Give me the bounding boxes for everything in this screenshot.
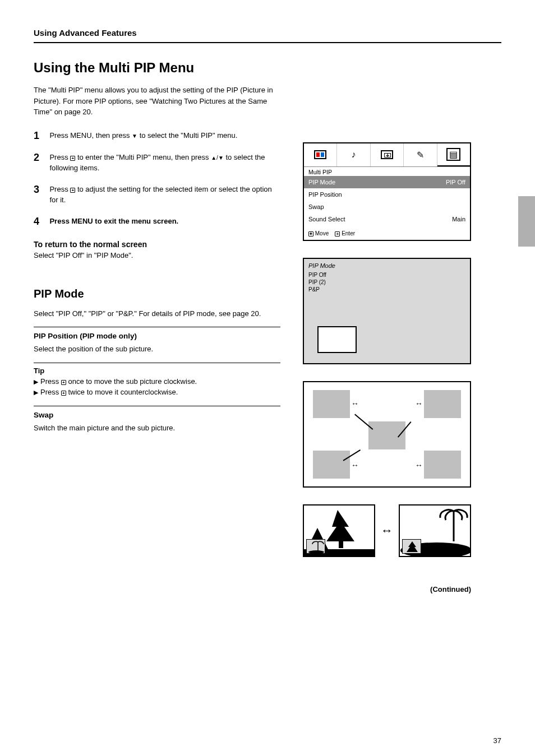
- step-text: Press MENU to exit the menu screen.: [49, 217, 178, 225]
- tab-picture: [304, 143, 337, 166]
- move-label: Move: [315, 230, 329, 236]
- step-text: Press: [49, 153, 70, 161]
- menu-screenshot: ♪ ✎ ▤ Multi PIP PIP Mode PIP Off PIP Pos…: [303, 142, 471, 241]
- pip-thumb: [402, 539, 421, 554]
- position-bottom-right: [424, 451, 461, 479]
- tab-sound: ♪: [337, 143, 370, 166]
- menu-item-value: PIP Off: [446, 179, 465, 185]
- menu-item-label: Sound Select: [308, 216, 345, 222]
- pip-sub-rect: [317, 326, 357, 353]
- step-2: 2 Press + to enter the "Multi PIP" menu,…: [34, 152, 280, 174]
- position-bottom-left: [313, 451, 350, 479]
- step-1: 1 Press MENU, then press ▼ to select the…: [34, 130, 280, 142]
- position-top-right: [424, 390, 461, 418]
- return-body: Select "PIP Off" in "PIP Mode".: [34, 251, 280, 259]
- svg-marker-6: [407, 541, 418, 552]
- pip-position-body: Select the position of the sub picture.: [34, 344, 280, 355]
- step-number: 3: [34, 184, 47, 196]
- tip-line: once to move the sub picture clockwise.: [66, 377, 197, 386]
- multi-pip-icon: ▤: [446, 148, 460, 161]
- menu-item-label: Swap: [308, 203, 324, 210]
- step-text: Press: [49, 185, 70, 193]
- menu-item-label: PIP Mode: [308, 179, 335, 185]
- tip-line: twice to move it counterclockwise.: [66, 388, 178, 396]
- palm-icon: [307, 540, 326, 554]
- step-number: 2: [34, 152, 47, 164]
- preview-options: PIP Off PIP (2) P&P: [308, 271, 326, 293]
- step-3: 3 Press + to adjust the setting for the …: [34, 184, 280, 206]
- step-4: 4 Press MENU to exit the menu screen.: [34, 216, 280, 228]
- sound-icon: ♪: [352, 150, 356, 160]
- pip-position-heading: PIP Position (PIP mode only): [34, 327, 280, 340]
- return-heading: To return to the normal screen: [34, 240, 280, 249]
- swap-heading: Swap: [34, 406, 280, 419]
- swap-after: [399, 504, 471, 557]
- pip-mode-preview: PIP Mode PIP Off PIP (2) P&P: [303, 258, 471, 364]
- enter-icon: +: [61, 380, 66, 385]
- enter-icon: +: [70, 188, 75, 193]
- tab-setup: ✎: [404, 143, 437, 166]
- left-right-arrow-icon: ↔: [351, 461, 359, 470]
- menu-item-label: PIP Position: [308, 191, 342, 198]
- pip-mode-heading: PIP Mode: [34, 287, 280, 300]
- left-right-arrow-icon: ↔: [351, 399, 359, 408]
- step-text: Press MENU, then press: [49, 131, 132, 140]
- option-line: PIP (2): [308, 279, 326, 286]
- swap-body: Switch the main picture and the sub pict…: [34, 423, 280, 434]
- preview-label: PIP Mode: [308, 262, 335, 269]
- page-title: Using the Multi PIP Menu: [34, 60, 501, 76]
- pip-position-text: Select the position of the sub picture.: [34, 345, 153, 353]
- swap-arrow-icon: ↔: [381, 523, 393, 538]
- menu-row-sound-select: Sound Select Main: [304, 213, 470, 225]
- swap-before: [303, 504, 375, 557]
- step-number: 4: [34, 216, 47, 228]
- swap-diagram: ↔: [303, 504, 471, 557]
- svg-rect-1: [339, 539, 343, 548]
- tree-icon: [403, 540, 422, 554]
- option-line: P&P: [308, 286, 326, 293]
- left-right-arrow-icon: ↔: [415, 399, 423, 408]
- menu-footer: ✦ Move + Enter: [304, 229, 470, 240]
- svg-marker-0: [326, 510, 354, 541]
- svg-point-4: [308, 550, 324, 554]
- option-line: PIP Off: [308, 271, 326, 279]
- nav-icon: ✦: [308, 231, 313, 236]
- menu-row-pip-position: PIP Position: [304, 188, 470, 201]
- enter-icon: +: [335, 231, 340, 236]
- left-right-arrow-icon: ↔: [415, 461, 423, 470]
- tip-body: ▶Press + once to move the sub picture cl…: [34, 376, 280, 398]
- menu-row-swap: Swap: [304, 201, 470, 213]
- screen-icon: [381, 150, 393, 159]
- tab-screen: [371, 143, 404, 166]
- menu-tab-row: ♪ ✎ ▤: [304, 143, 470, 167]
- tip-label: Tip: [34, 367, 280, 375]
- step-text: to adjust the setting for the selected i…: [49, 185, 271, 205]
- enter-label: Enter: [342, 230, 355, 236]
- pip-mode-body: Select "PIP Off," "PIP" or "P&P." For de…: [34, 308, 280, 319]
- side-tab-advanced: [518, 196, 535, 247]
- tip-line: Press: [40, 388, 61, 396]
- step-number: 1: [34, 130, 47, 142]
- step-text: to select the "Multi PIP" menu.: [137, 131, 237, 140]
- up-down-arrow-icon: ▲/▼: [211, 155, 224, 161]
- picture-icon: [314, 150, 326, 159]
- position-top-left: [313, 390, 350, 418]
- menu-title: Multi PIP: [304, 167, 470, 176]
- menu-item-value: Main: [452, 216, 465, 222]
- step-text: to enter the "Multi PIP" menu, then pres…: [75, 153, 211, 161]
- continued-label: (Continued): [303, 585, 471, 593]
- page-number: 37: [494, 736, 501, 745]
- enter-icon: +: [70, 156, 75, 161]
- tip-line: Press: [40, 377, 61, 386]
- setup-icon: ✎: [417, 150, 424, 160]
- bullet-icon: ▶: [34, 388, 40, 397]
- tab-multi-pip: ▤: [437, 143, 470, 166]
- pip-position-diagram: ↔ ↔ ↔ ↔: [303, 381, 471, 488]
- section-header: Using Advanced Features: [34, 28, 501, 43]
- pip-thumb: [306, 539, 325, 554]
- enter-icon: +: [61, 391, 66, 396]
- intro-paragraph: The "Multi PIP" menu allows you to adjus…: [34, 85, 280, 118]
- down-arrow-icon: ▼: [132, 133, 137, 139]
- menu-row-pip-mode: PIP Mode PIP Off: [304, 176, 470, 188]
- bullet-icon: ▶: [34, 377, 40, 387]
